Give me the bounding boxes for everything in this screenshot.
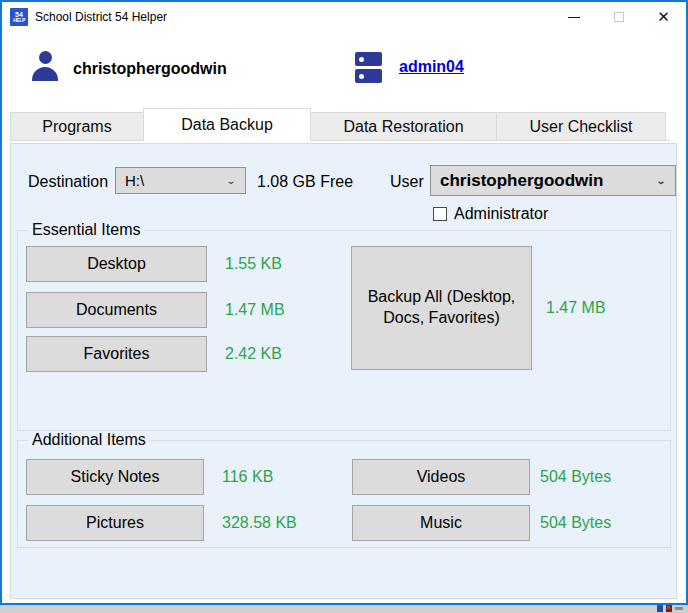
essential-items-title: Essential Items	[28, 221, 144, 239]
app-icon: 54 HELP	[10, 8, 28, 26]
chevron-down-icon: ⌄	[226, 175, 236, 186]
window-controls: ✕	[551, 2, 686, 32]
tray-icon	[657, 605, 663, 612]
maximize-button	[596, 2, 641, 32]
backup-sticky-notes-button[interactable]: Sticky Notes	[26, 459, 204, 495]
user-label: User	[390, 173, 424, 191]
favorites-size-text: 2.42 KB	[225, 345, 282, 363]
music-size-text: 504 Bytes	[540, 514, 611, 532]
essential-items-group: Essential Items Desktop 1.55 KB Document…	[17, 230, 671, 431]
window-title: School District 54 Helper	[35, 10, 167, 24]
tray-icon	[666, 605, 672, 612]
tray-icon	[675, 607, 683, 610]
backup-documents-button[interactable]: Documents	[26, 292, 207, 328]
minimize-button[interactable]	[551, 2, 596, 32]
additional-items-group: Additional Items Sticky Notes 116 KB Pic…	[17, 440, 671, 548]
tab-user-checklist[interactable]: User Checklist	[496, 112, 666, 140]
backup-all-size-text: 1.47 MB	[546, 299, 606, 317]
minimize-icon	[568, 17, 580, 18]
administrator-checkbox-row: Administrator	[433, 205, 548, 223]
taskbar-sliver	[657, 605, 683, 612]
backup-music-button[interactable]: Music	[352, 505, 530, 541]
close-button[interactable]: ✕	[641, 2, 686, 32]
app-icon-text-bottom: HELP	[13, 18, 25, 23]
administrator-checkbox[interactable]	[433, 207, 447, 221]
app-window: 54 HELP School District 54 Helper ✕ chri…	[0, 0, 688, 605]
tab-data-backup[interactable]: Data Backup	[143, 108, 311, 141]
tab-strip: Programs Data Backup Data Restoration Us…	[10, 108, 670, 141]
data-backup-panel: Destination H:\ ⌄ 1.08 GB Free User chri…	[10, 143, 677, 599]
logged-in-username: christophergoodwin	[73, 60, 227, 78]
destination-dropdown[interactable]: H:\ ⌄	[115, 167, 246, 194]
tab-data-restoration[interactable]: Data Restoration	[310, 112, 497, 140]
user-value: christophergoodwin	[440, 171, 603, 191]
title-bar: 54 HELP School District 54 Helper ✕	[2, 2, 686, 32]
sticky-notes-size-text: 116 KB	[222, 468, 273, 486]
backup-pictures-button[interactable]: Pictures	[26, 505, 204, 541]
admin-account-link[interactable]: admin04	[399, 58, 464, 76]
documents-size-text: 1.47 MB	[225, 301, 285, 319]
pictures-size-text: 328.58 KB	[222, 514, 297, 532]
backup-all-button[interactable]: Backup All (Desktop, Docs, Favorites)	[351, 246, 532, 370]
backup-desktop-button[interactable]: Desktop	[26, 246, 207, 282]
chevron-down-icon: ⌄	[656, 175, 666, 186]
destination-value: H:\	[125, 172, 144, 189]
free-space-text: 1.08 GB Free	[257, 173, 353, 191]
desktop-size-text: 1.55 KB	[225, 255, 282, 273]
person-icon	[32, 51, 58, 86]
backup-favorites-button[interactable]: Favorites	[26, 336, 207, 372]
tab-programs[interactable]: Programs	[10, 112, 144, 140]
videos-size-text: 504 Bytes	[540, 468, 611, 486]
close-icon: ✕	[657, 8, 670, 26]
user-header: christophergoodwin admin04	[2, 32, 686, 108]
additional-items-title: Additional Items	[28, 431, 150, 449]
user-dropdown[interactable]: christophergoodwin ⌄	[430, 165, 676, 196]
server-icon	[355, 52, 382, 84]
administrator-checkbox-label: Administrator	[454, 205, 548, 223]
maximize-icon	[614, 12, 624, 22]
destination-label: Destination	[28, 173, 108, 191]
backup-videos-button[interactable]: Videos	[352, 459, 530, 495]
